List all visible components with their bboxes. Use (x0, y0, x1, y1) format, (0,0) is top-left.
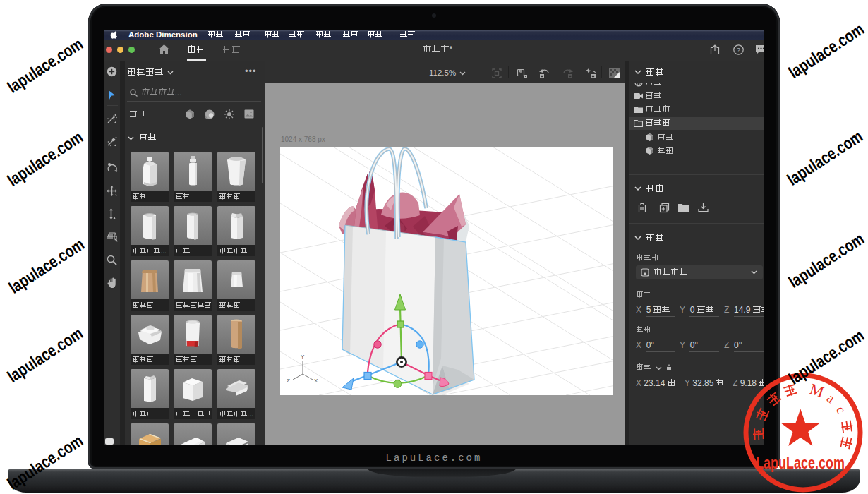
svg-text:a: a (824, 390, 838, 406)
svg-text:c: c (833, 404, 849, 416)
svg-text:Z: Z (287, 378, 290, 384)
svg-text:Y: Y (301, 354, 305, 360)
svg-text:LapuLace.com: LapuLace.com (756, 454, 845, 473)
svg-text:?: ? (737, 47, 740, 54)
svg-text:M: M (807, 380, 826, 401)
svg-text:X: X (314, 378, 318, 384)
